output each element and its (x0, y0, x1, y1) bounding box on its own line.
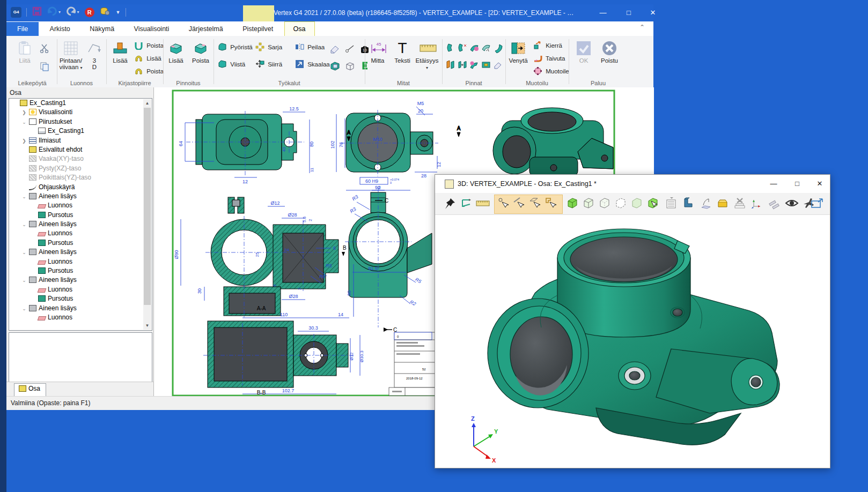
tree-expander-icon[interactable]: ❯ (20, 108, 28, 117)
select-solid-icon[interactable] (646, 197, 660, 211)
move-button[interactable]: Siirrä (255, 59, 282, 70)
tree-expander-icon[interactable]: ⌄ (20, 248, 28, 257)
drawer-icon[interactable] (716, 197, 730, 211)
qat-dropdown-icon[interactable]: ▼ (115, 10, 120, 15)
surface-bend-button[interactable] (492, 42, 503, 53)
fillet-button[interactable]: Pyöristä (218, 42, 253, 53)
tab-pistepilvet[interactable]: Pistepilvet (234, 22, 282, 36)
tree-item[interactable]: Pursotus (9, 238, 143, 248)
copy-button[interactable] (40, 62, 50, 72)
eye-icon[interactable] (785, 197, 799, 211)
library-feature-add-button[interactable]: Lisää (107, 40, 133, 64)
magnet-remove-button[interactable]: Poista (134, 66, 164, 77)
cut-button[interactable] (40, 43, 50, 54)
close-3d-button[interactable]: ✕ (812, 177, 828, 190)
tree-item[interactable]: ❯Visualisointi (9, 108, 143, 117)
select-face-icon[interactable] (528, 197, 542, 211)
transparent-cube-icon[interactable] (630, 197, 644, 211)
tree-item[interactable]: Luonnos (9, 229, 143, 238)
library-remove-button[interactable]: Poista (134, 41, 164, 51)
tree-expander-icon[interactable]: ⌄ (20, 192, 28, 202)
tree-item[interactable]: ⌄Aineen lisäys (9, 275, 143, 285)
surface-patch-button[interactable] (469, 59, 480, 70)
delete-stamp-icon[interactable] (733, 197, 747, 211)
hidden-line-cube-icon[interactable] (598, 197, 612, 211)
tree-item[interactable]: Luonnos (9, 201, 143, 210)
surface-delete-button[interactable] (492, 59, 503, 70)
paste-button[interactable]: Liitä (12, 40, 38, 64)
wireframe-cube-icon[interactable] (582, 197, 596, 211)
surface-extend-button[interactable] (481, 42, 491, 53)
dimension-button[interactable]: 45 Mitta (365, 40, 391, 64)
minimize-3d-button[interactable]: — (766, 177, 782, 190)
magnet-add-button[interactable]: Lisää (134, 54, 161, 64)
surface-loft-button[interactable] (481, 59, 491, 70)
axes-icon[interactable] (751, 197, 764, 211)
deform-button[interactable]: Muotoile (533, 66, 569, 77)
rotate-view-icon[interactable] (460, 197, 474, 211)
ok-button[interactable]: OK (571, 40, 597, 64)
viewport-3d[interactable]: Z Y X (435, 215, 829, 467)
annotate-pencils-icon[interactable] (768, 197, 782, 211)
select-edge-icon[interactable] (512, 197, 526, 211)
external-window-icon[interactable] (811, 197, 825, 213)
exit-button[interactable]: Poistu (597, 40, 622, 64)
redo-caret-icon[interactable]: ▾ (77, 10, 79, 14)
tree-item[interactable]: ⌄Piirustukset (9, 117, 143, 126)
tree-item[interactable]: ⌄Aineen lisäys (9, 304, 143, 313)
surface-join-button[interactable] (445, 59, 456, 70)
tab-osa-bottom[interactable]: Osa (14, 383, 46, 396)
tree-item[interactable]: Ohjauskäyrä (9, 183, 143, 192)
coating-remove-button[interactable]: Poista (188, 40, 214, 64)
tree-item[interactable]: ⌄Aineen lisäys (9, 220, 143, 229)
titlebar-3d[interactable]: 3D: VERTEX_EXAMPLE - Osa: Ex_Casting1 * … (435, 175, 830, 193)
save-button[interactable] (32, 6, 42, 18)
rotate-form-button[interactable]: Kierrä (533, 41, 562, 51)
tab-osa[interactable]: Osa (284, 21, 315, 36)
tree-item[interactable]: ❯Ilmiasut (9, 136, 143, 145)
sketch-on-face-button[interactable]: Pintaan/ viivaan ▾ (58, 40, 84, 70)
text-button[interactable]: T Teksti (389, 40, 415, 64)
distance-button[interactable]: Etäisyys ▾ (414, 40, 440, 70)
tree-item[interactable]: Pysty(XZ)-taso (9, 164, 143, 173)
replay-button[interactable]: R (85, 8, 94, 17)
bend-button[interactable]: Taivuta (533, 54, 565, 64)
shaded-cube-icon[interactable] (566, 197, 580, 211)
tree-item[interactable]: Luonnos (9, 313, 143, 322)
database-settings-button[interactable] (100, 6, 111, 18)
g4-logo-icon[interactable]: G4 (11, 7, 21, 18)
stretch-button[interactable]: Venytä (505, 40, 531, 64)
select-point-icon[interactable] (496, 197, 510, 211)
tree-item[interactable]: Poikittais(YZ)-taso (9, 173, 143, 182)
maximize-3d-button[interactable]: □ (789, 177, 805, 190)
scale-button[interactable]: Skaalaa (295, 59, 330, 70)
measure-ruler-icon[interactable] (476, 197, 490, 211)
pattern-button[interactable]: Sarja (255, 42, 282, 53)
scroll-up-icon[interactable]: ▲ (143, 99, 151, 107)
undo-caret-icon[interactable]: ▾ (58, 10, 61, 14)
list-icon[interactable] (665, 197, 679, 211)
tree-item[interactable]: ⌄Aineen lisäys (9, 248, 143, 257)
pin-icon[interactable] (444, 197, 458, 211)
tree-expander-icon[interactable]: ❯ (20, 137, 28, 146)
tree-item[interactable]: Esivalitut ehdot (9, 145, 143, 154)
close-button[interactable]: ✕ (645, 6, 661, 19)
sketch-plane-icon[interactable] (699, 197, 713, 211)
tree-item[interactable]: Pursotus (9, 266, 143, 275)
surface-trim-button[interactable] (457, 42, 468, 53)
tree-item[interactable]: Pursotus (9, 294, 143, 303)
erase-tool-button[interactable] (329, 43, 340, 54)
sketch-3d-button[interactable]: 3D (82, 40, 107, 70)
scroll-thumb[interactable] (144, 108, 151, 305)
render-cube-button[interactable] (329, 61, 340, 71)
tree-expander-icon[interactable]: ⌄ (20, 220, 28, 229)
bracket-part-icon[interactable] (682, 197, 696, 211)
tree-item[interactable]: Luonnos (9, 285, 143, 294)
redo-button[interactable] (65, 6, 77, 18)
tab-nakyma[interactable]: Näkymä (81, 22, 123, 36)
tree-expander-icon[interactable]: ⌄ (20, 276, 28, 285)
tab-arkisto[interactable]: Arkisto (41, 22, 79, 36)
tree-item[interactable]: ⌄Aineen lisäys (9, 192, 143, 201)
mirror-button[interactable]: Peilaa (295, 42, 325, 53)
dashed-cube-icon[interactable] (614, 197, 628, 211)
